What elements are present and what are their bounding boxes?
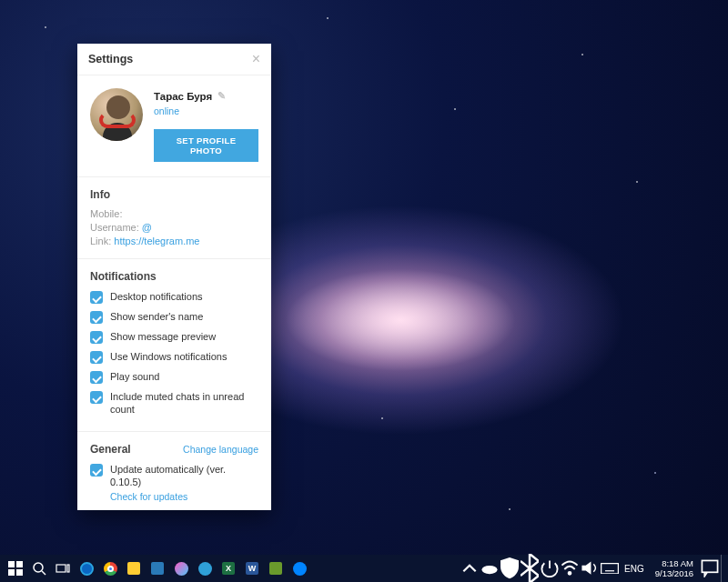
checkbox-icon[interactable]	[90, 464, 103, 477]
svg-rect-10	[602, 563, 619, 573]
taskview-icon[interactable]	[51, 555, 75, 582]
svg-rect-7	[67, 565, 69, 572]
opt-muted-unread[interactable]: Include muted chats in unread count	[90, 390, 258, 416]
tray-time: 8:18 AM	[662, 558, 693, 568]
username-link[interactable]: @	[142, 222, 152, 233]
settings-scroll[interactable]: Info Mobile: Username: @ Link: https://t…	[77, 177, 271, 510]
profile-name-row: Тарас Буря ✎	[154, 90, 258, 102]
info-title: Info	[90, 188, 110, 201]
svg-rect-3	[16, 569, 23, 576]
avatar[interactable]	[90, 88, 143, 141]
tray-defender-icon[interactable]	[500, 555, 519, 582]
checkbox-icon[interactable]	[90, 391, 103, 404]
opt-play-sound[interactable]: Play sound	[90, 370, 258, 384]
opt-tray-icon[interactable]: Show tray icon	[90, 509, 258, 510]
opt-auto-update[interactable]: Update automatically (ver. 0.10.5) Check…	[90, 463, 258, 503]
profile-name: Тарас Буря	[154, 91, 212, 102]
taskbar-app-telegram[interactable]	[193, 555, 217, 582]
opt-show-sender[interactable]: Show sender's name	[90, 310, 258, 324]
checkbox-icon[interactable]	[90, 351, 103, 364]
svg-point-4	[34, 563, 43, 572]
svg-rect-14	[702, 560, 717, 572]
taskbar-app-explorer[interactable]	[122, 555, 146, 582]
info-section: Info Mobile: Username: @ Link: https://t…	[77, 177, 271, 255]
svg-rect-0	[8, 561, 15, 567]
titlebar: Settings ×	[77, 44, 271, 75]
tray-clock[interactable]: 8:18 AM 9/13/2016	[650, 558, 699, 578]
tray-chevron-up-icon[interactable]	[460, 555, 479, 582]
general-title: General	[90, 443, 131, 456]
window-title: Settings	[88, 53, 252, 65]
notifications-section: Notifications Desktop notifications Show…	[77, 258, 271, 427]
tray-bluetooth-icon[interactable]	[521, 555, 539, 582]
svg-point-8	[481, 566, 497, 574]
desktop-wallpaper: Settings × Тарас Буря ✎ online SET PROFI…	[0, 0, 728, 582]
tray-wifi-icon[interactable]	[561, 555, 579, 582]
profile-meta: Тарас Буря ✎ online SET PROFILE PHOTO	[154, 88, 258, 162]
taskbar-app-edge[interactable]	[75, 555, 98, 582]
taskbar-app-excel[interactable]: X	[217, 555, 240, 582]
info-username: Username: @	[90, 222, 258, 233]
taskbar-app-word[interactable]: W	[240, 555, 264, 582]
search-icon[interactable]	[27, 555, 51, 582]
checkbox-icon[interactable]	[90, 311, 103, 324]
general-section: General Change language Update automatic…	[77, 431, 271, 510]
change-language-link[interactable]: Change language	[183, 444, 258, 455]
svg-point-9	[569, 572, 571, 575]
settings-window: Settings × Тарас Буря ✎ online SET PROFI…	[77, 44, 271, 510]
info-mobile: Mobile:	[90, 208, 258, 219]
checkbox-icon[interactable]	[90, 291, 103, 304]
taskbar: X W ENG 8:18 AM 9/13/2016	[0, 555, 728, 582]
svg-line-5	[42, 571, 46, 575]
system-tray: ENG 8:18 AM 9/13/2016	[460, 555, 724, 582]
check-updates-link[interactable]: Check for updates	[110, 490, 258, 503]
tray-date: 9/13/2016	[655, 568, 693, 578]
opt-message-preview[interactable]: Show message preview	[90, 330, 258, 344]
opt-desktop-notifications[interactable]: Desktop notifications	[90, 290, 258, 304]
show-desktop-button[interactable]	[721, 555, 724, 582]
svg-rect-2	[8, 569, 15, 576]
start-button[interactable]	[4, 555, 27, 582]
tray-power-icon[interactable]	[541, 555, 559, 582]
taskbar-app-store[interactable]	[146, 555, 169, 582]
status-online: online	[154, 105, 258, 116]
info-link: Link: https://telegram.me	[90, 236, 258, 246]
tray-onedrive-icon[interactable]	[480, 555, 499, 582]
profile-section: Тарас Буря ✎ online SET PROFILE PHOTO	[77, 75, 271, 177]
svg-rect-1	[16, 561, 23, 567]
notifications-title: Notifications	[90, 270, 157, 283]
taskbar-app-itunes[interactable]	[169, 555, 193, 582]
edit-name-icon[interactable]: ✎	[217, 90, 226, 102]
close-icon[interactable]: ×	[252, 54, 260, 65]
checkbox-icon[interactable]	[90, 331, 103, 344]
tray-keyboard-icon[interactable]	[601, 555, 619, 582]
set-profile-photo-button[interactable]: SET PROFILE PHOTO	[154, 129, 258, 162]
telegram-link[interactable]: https://telegram.me	[114, 236, 199, 246]
tray-volume-icon[interactable]	[581, 555, 599, 582]
svg-rect-6	[56, 565, 66, 572]
action-center-icon[interactable]	[701, 555, 719, 582]
taskbar-app-chrome[interactable]	[98, 555, 122, 582]
taskbar-app-messenger[interactable]	[288, 555, 311, 582]
taskbar-app-minecraft[interactable]	[264, 555, 288, 582]
opt-windows-notifications[interactable]: Use Windows notifications	[90, 350, 258, 364]
tray-language[interactable]: ENG	[621, 564, 648, 574]
checkbox-icon[interactable]	[90, 371, 103, 384]
